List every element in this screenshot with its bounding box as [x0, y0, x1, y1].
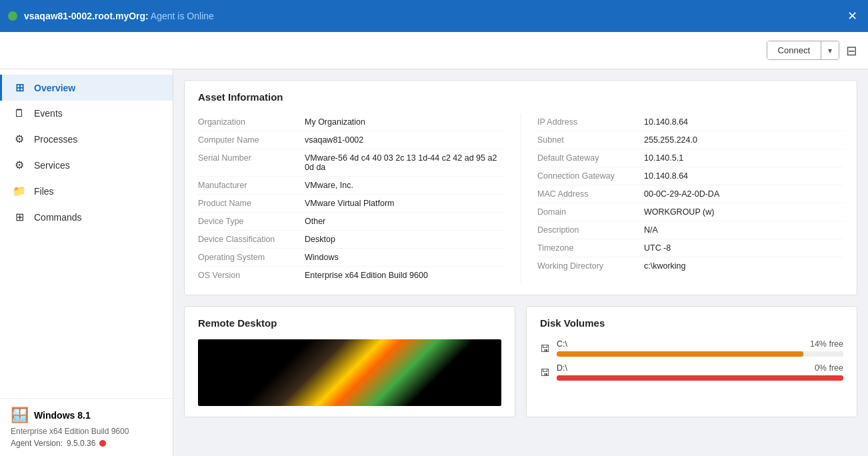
asset-value: WORKGROUP (w)	[644, 207, 714, 217]
disk-list: 🖫 C:\ 14% free 🖫 D:\ 0% free	[540, 339, 843, 381]
asset-value: VMware Virtual Platform	[305, 199, 395, 208]
remote-desktop-card: Remote Desktop	[184, 306, 515, 417]
sidebar-item-overview[interactable]: ⊞ Overview	[0, 75, 173, 101]
asset-row: Operating SystemWindows	[198, 249, 505, 267]
sidebar-footer: 🪟 Windows 8.1 Enterprise x64 Edition Bui…	[0, 398, 173, 456]
asset-value: VMware-56 4d c4 40 03 2c 13 1d-44 c2 42 …	[305, 153, 505, 172]
disk-header: D:\ 0% free	[557, 363, 843, 373]
disk-info: D:\ 0% free	[557, 363, 843, 381]
bottom-row: Remote Desktop Disk Volumes 🖫 C:\ 14% fr…	[184, 306, 857, 428]
sidebar-item-services[interactable]: ⚙ Services	[0, 152, 173, 178]
asset-value: 10.140.8.64	[644, 171, 688, 181]
asset-label: Device Type	[198, 217, 305, 226]
asset-info-title: Asset Information	[198, 91, 843, 103]
asset-row: OrganizationMy Organization	[198, 113, 505, 131]
asset-label: Domain	[537, 207, 644, 217]
asset-value: UTC -8	[644, 243, 671, 253]
asset-label: Operating System	[198, 253, 305, 262]
asset-label: Working Directory	[537, 261, 644, 271]
sidebar-item-label: Events	[34, 108, 63, 119]
disk-pct-free: 0% free	[815, 363, 843, 373]
asset-row: Default Gateway10.140.5.1	[537, 149, 843, 167]
asset-row: Product NameVMware Virtual Platform	[198, 195, 505, 213]
asset-label: IP Address	[537, 117, 644, 127]
asset-value: VMware, Inc.	[305, 181, 353, 190]
connect-button-group[interactable]: Connect ▾	[767, 41, 839, 60]
asset-value: My Organization	[305, 117, 365, 127]
asset-row: Subnet255.255.224.0	[537, 131, 843, 149]
sidebar-item-label: Processes	[34, 134, 77, 145]
files-icon: 📁	[13, 185, 26, 197]
asset-value: 10.140.8.64	[644, 117, 688, 127]
sidebar-item-commands[interactable]: ⊞ Commands	[0, 204, 173, 230]
asset-label: OS Version	[198, 271, 305, 280]
disk-item: 🖫 D:\ 0% free	[540, 363, 843, 381]
asset-value: Other	[305, 217, 325, 226]
screens-icon[interactable]: ⊟	[846, 43, 857, 59]
sidebar-item-label: Overview	[34, 83, 75, 93]
sidebar-item-processes[interactable]: ⚙ Processes	[0, 126, 173, 152]
disk-bar-bg	[557, 375, 843, 381]
asset-row: IP Address10.140.8.64	[537, 113, 843, 131]
asset-label: Description	[537, 225, 644, 235]
asset-value: 255.255.224.0	[644, 135, 697, 145]
asset-info-card: Asset Information OrganizationMy Organiz…	[184, 80, 857, 295]
connect-button-label: Connect	[767, 41, 821, 59]
asset-label: Organization	[198, 117, 305, 127]
disk-info: C:\ 14% free	[557, 339, 843, 357]
asset-grid: OrganizationMy OrganizationComputer Name…	[198, 113, 843, 284]
os-name: Windows 8.1	[34, 410, 91, 421]
overview-icon: ⊞	[13, 81, 26, 94]
asset-value: 00-0C-29-A2-0D-DA	[644, 189, 719, 199]
agent-version: Agent Version: 9.5.0.36	[11, 439, 162, 448]
windows-icon: 🪟	[11, 407, 29, 424]
asset-row: Device ClassificationDesktop	[198, 231, 505, 249]
sidebar-item-files[interactable]: 📁 Files	[0, 178, 173, 204]
content-area: Asset Information OrganizationMy Organiz…	[173, 69, 868, 456]
commands-icon: ⊞	[13, 211, 26, 223]
os-build: Enterprise x64 Edition Build 9600	[11, 427, 162, 436]
asset-row: MAC Address00-0C-29-A2-0D-DA	[537, 185, 843, 203]
asset-row: DescriptionN/A	[537, 221, 843, 239]
sidebar-item-label: Commands	[34, 212, 82, 223]
asset-row: Serial NumberVMware-56 4d c4 40 03 2c 13…	[198, 149, 505, 177]
asset-label: Subnet	[537, 135, 644, 145]
asset-row: Device TypeOther	[198, 213, 505, 231]
asset-row: Working Directoryc:\kworking	[537, 257, 843, 275]
asset-row: ManufacturerVMware, Inc.	[198, 177, 505, 195]
asset-row: Connection Gateway10.140.8.64	[537, 167, 843, 185]
asset-value: Enterprise x64 Edition Build 9600	[305, 271, 428, 280]
sidebar-item-events[interactable]: 🗒 Events	[0, 101, 173, 126]
services-icon: ⚙	[13, 159, 26, 171]
disk-item: 🖫 C:\ 14% free	[540, 339, 843, 357]
remote-desktop-thumbnail[interactable]	[198, 339, 501, 406]
asset-value: Desktop	[305, 235, 335, 244]
sidebar: ⊞ Overview 🗒 Events ⚙ Processes ⚙ Servic…	[0, 69, 173, 456]
disk-volumes-title: Disk Volumes	[540, 317, 843, 329]
disk-name: D:\	[557, 363, 567, 373]
disk-pct-free: 14% free	[810, 339, 843, 349]
remote-desktop-title: Remote Desktop	[198, 317, 501, 329]
connect-dropdown-arrow[interactable]: ▾	[821, 42, 839, 59]
disk-volumes-card: Disk Volumes 🖫 C:\ 14% free 🖫 D:\ 0% fre…	[526, 306, 857, 417]
toolbar: Connect ▾ ⊟	[0, 32, 868, 69]
asset-label: MAC Address	[537, 189, 644, 199]
asset-value: N/A	[644, 225, 658, 235]
asset-label: Product Name	[198, 199, 305, 208]
disk-header: C:\ 14% free	[557, 339, 843, 349]
processes-icon: ⚙	[13, 133, 26, 145]
close-button[interactable]: ✕	[847, 9, 857, 23]
asset-label: Default Gateway	[537, 153, 644, 163]
asset-value: Windows	[305, 253, 339, 262]
main-layout: ⊞ Overview 🗒 Events ⚙ Processes ⚙ Servic…	[0, 69, 868, 456]
asset-label: Computer Name	[198, 135, 305, 145]
window-title: vsaqaw81-0002.root.myOrg: Agent is Onlin…	[24, 11, 214, 21]
asset-row: Computer Namevsaqaw81-0002	[198, 131, 505, 149]
titlebar: vsaqaw81-0002.root.myOrg: Agent is Onlin…	[0, 0, 868, 32]
disk-bar-fill	[557, 375, 843, 381]
asset-label: Manufacturer	[198, 181, 305, 190]
disk-icon: 🖫	[540, 367, 550, 378]
disk-icon: 🖫	[540, 343, 550, 354]
asset-row: TimezoneUTC -8	[537, 239, 843, 257]
asset-value: vsaqaw81-0002	[305, 135, 363, 145]
